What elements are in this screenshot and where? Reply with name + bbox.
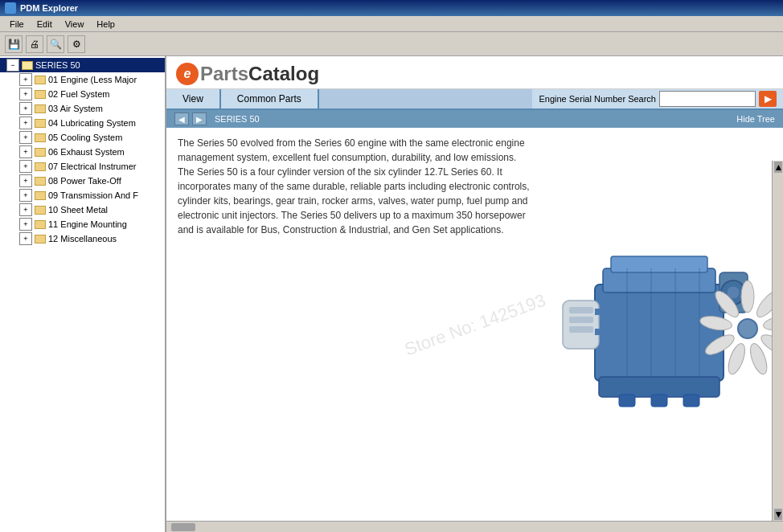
tree-expander-11[interactable]: + xyxy=(19,218,32,231)
tree-folder-07 xyxy=(35,162,46,171)
content-panel: e Parts Catalog View Common Parts Engine… xyxy=(166,56,783,532)
tree-item-11[interactable]: + 11 Engine Mounting xyxy=(0,217,165,231)
horizontal-scrollbar[interactable] xyxy=(166,521,783,532)
hide-tree-button[interactable]: Hide Tree xyxy=(736,114,775,124)
tree-panel: − SERIES 50 + 01 Engine (Less Major + 02… xyxy=(0,56,166,532)
settings-button[interactable]: ⚙ xyxy=(68,35,85,53)
tab-view-label: View xyxy=(182,93,203,104)
svg-rect-26 xyxy=(595,329,611,335)
tree-folder-10 xyxy=(35,206,46,215)
svg-rect-22 xyxy=(569,307,593,313)
engine-image-area xyxy=(547,136,772,513)
menu-help[interactable]: Help xyxy=(90,18,121,31)
tree-expander-07[interactable]: + xyxy=(19,160,32,173)
menu-bar: File Edit View Help xyxy=(0,16,783,32)
tree-expander-12[interactable]: + xyxy=(19,232,32,245)
tree-folder-03 xyxy=(35,104,46,113)
watermark: Store No: 1425193 xyxy=(400,286,549,362)
nav-back-button[interactable]: ◀ xyxy=(174,113,189,125)
nav-forward-button[interactable]: ▶ xyxy=(192,113,207,125)
svg-rect-0 xyxy=(595,284,724,381)
tree-label-07-text: Electrical Instrumer xyxy=(60,162,136,171)
tree-label-02-text: Fuel System xyxy=(60,89,109,99)
tree-expander-09[interactable]: + xyxy=(19,189,32,202)
tree-expander-05[interactable]: + xyxy=(19,131,32,144)
tree-folder-12 xyxy=(35,235,46,243)
logo-parts-text: Parts xyxy=(200,63,248,85)
parts-catalog-header: e Parts Catalog xyxy=(166,56,783,89)
tree-label-11-text: Engine Mounting xyxy=(60,219,127,229)
tree-item-06[interactable]: + 06 Exhaust System xyxy=(0,145,165,159)
tree-root-series50[interactable]: − SERIES 50 xyxy=(0,58,165,72)
svg-rect-29 xyxy=(683,395,699,407)
breadcrumb-bar: ◀ ▶ SERIES 50 Hide Tree xyxy=(166,110,783,128)
tree-expander-02[interactable]: + xyxy=(19,88,32,100)
tree-folder-08 xyxy=(35,177,46,186)
tree-label-10-text: Sheet Metal xyxy=(60,205,108,215)
tree-folder-01 xyxy=(35,76,46,84)
tree-expander-08[interactable]: + xyxy=(19,174,32,187)
print-button[interactable]: 🖨 xyxy=(26,35,43,53)
tree-item-07[interactable]: + 07 Electrical Instrumer xyxy=(0,159,165,174)
title-bar: PDM Explorer xyxy=(0,0,783,16)
tree-label-06-text: Exhaust System xyxy=(60,147,124,157)
tree-expander-01[interactable]: + xyxy=(19,73,32,86)
serial-search-label: Engine Serial Number Search xyxy=(539,94,656,104)
tree-expander-06[interactable]: + xyxy=(19,145,32,158)
tree-label-05-text: Cooling System xyxy=(60,133,122,142)
menu-view[interactable]: View xyxy=(59,18,91,31)
tree-label-root: SERIES 50 xyxy=(35,60,80,70)
search-button[interactable]: 🔍 xyxy=(47,35,64,53)
tree-item-12[interactable]: + 12 Miscellaneous xyxy=(0,231,165,246)
tree-expander-10[interactable]: + xyxy=(19,203,32,216)
tree-item-05[interactable]: + 05 Cooling System xyxy=(0,130,165,145)
tree-item-02[interactable]: + 02 Fuel System xyxy=(0,87,165,101)
tree-item-01[interactable]: + 01 Engine (Less Major xyxy=(0,72,165,87)
tree-label-01-text: Engine (Less Major xyxy=(60,75,137,84)
scrollbar-thumb[interactable] xyxy=(171,523,195,531)
tree-folder-06 xyxy=(35,148,46,157)
tree-item-10[interactable]: + 10 Sheet Metal xyxy=(0,203,165,217)
svg-point-12 xyxy=(753,287,772,320)
svg-rect-23 xyxy=(569,317,593,323)
logo-e-icon: e xyxy=(176,63,199,85)
serial-search-input[interactable] xyxy=(659,91,756,107)
tab-view[interactable]: View xyxy=(166,89,220,108)
tree-label-12-text: Miscellaneous xyxy=(60,234,117,243)
tree-folder-icon-root xyxy=(22,61,33,70)
tree-expander-root[interactable]: − xyxy=(6,59,19,72)
scrollbar-up-arrow[interactable]: ▲ xyxy=(774,162,782,173)
svg-rect-24 xyxy=(569,326,593,333)
tree-label-08-text: Power Take-Off xyxy=(60,176,121,186)
save-button[interactable]: 💾 xyxy=(5,35,23,53)
menu-file[interactable]: File xyxy=(3,18,31,31)
svg-point-20 xyxy=(738,319,757,338)
tree-label-03-text: Air System xyxy=(60,104,103,113)
tree-item-09[interactable]: + 09 Transmission And F xyxy=(0,188,165,203)
svg-point-11 xyxy=(741,280,754,313)
tree-folder-09 xyxy=(35,191,46,200)
menu-edit[interactable]: Edit xyxy=(31,18,59,31)
main-container: − SERIES 50 + 01 Engine (Less Major + 02… xyxy=(0,56,783,532)
title-bar-text: PDM Explorer xyxy=(20,3,78,13)
toolbar: 💾 🖨 🔍 ⚙ xyxy=(0,32,783,56)
logo-catalog-text: Catalog xyxy=(248,63,319,85)
tree-expander-04[interactable]: + xyxy=(19,117,32,129)
tree-item-08[interactable]: + 08 Power Take-Off xyxy=(0,174,165,188)
engine-illustration xyxy=(547,204,772,445)
tree-label-04-text: Lubricating System xyxy=(60,118,136,128)
vertical-scrollbar[interactable]: ▲ ▼ xyxy=(772,161,783,521)
breadcrumb-path: SERIES 50 xyxy=(215,114,260,124)
serial-search-button[interactable]: ▶ xyxy=(759,91,777,107)
tree-item-04[interactable]: + 04 Lubricating System xyxy=(0,116,165,130)
tree-label-09-text: Transmission And F xyxy=(60,190,138,200)
tree-expander-03[interactable]: + xyxy=(19,102,32,115)
svg-rect-2 xyxy=(611,256,707,272)
tree-folder-11 xyxy=(35,220,46,229)
svg-rect-7 xyxy=(599,377,719,397)
content-description: The Series 50 evolved from the Series 60… xyxy=(178,136,534,513)
scrollbar-down-arrow[interactable]: ▼ xyxy=(774,509,782,520)
parts-catalog-logo: e Parts Catalog xyxy=(176,63,773,85)
tab-common-parts[interactable]: Common Parts xyxy=(221,89,318,108)
tree-item-03[interactable]: + 03 Air System xyxy=(0,101,165,116)
